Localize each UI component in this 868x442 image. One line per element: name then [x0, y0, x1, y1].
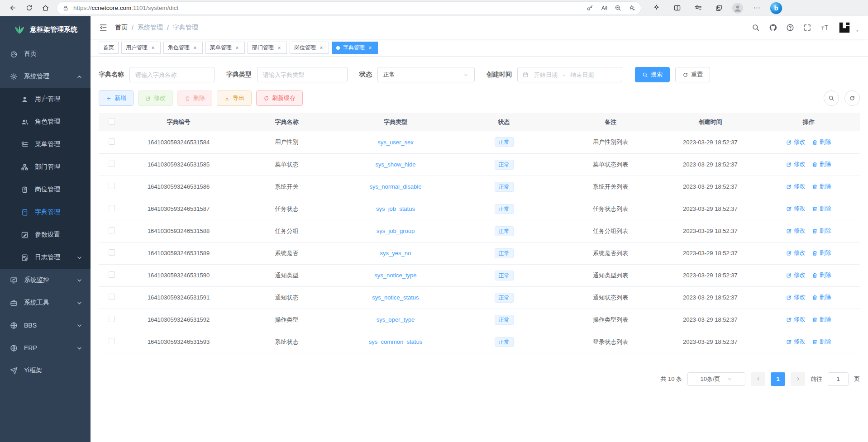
sidebar-item-13[interactable]: ERP: [0, 337, 91, 359]
row-edit-button[interactable]: 修改: [786, 160, 806, 168]
row-edit-button[interactable]: 修改: [786, 138, 806, 146]
sidebar-item-14[interactable]: Yi框架: [0, 359, 91, 382]
date-range-picker[interactable]: -: [517, 67, 622, 82]
password-key-icon[interactable]: [587, 5, 593, 11]
row-checkbox[interactable]: [109, 338, 115, 344]
page-size-select[interactable]: 10条/页: [687, 372, 745, 386]
address-bar[interactable]: https://ccnetcore.com:1101/system/dict: [57, 2, 641, 14]
sidebar-item-10[interactable]: 系统监控: [0, 269, 91, 291]
prev-page-button[interactable]: [751, 372, 765, 386]
dict-type-link[interactable]: sys_normal_disable: [369, 183, 421, 190]
goto-page-input[interactable]: [828, 372, 849, 386]
dict-type-link[interactable]: sys_common_status: [369, 338, 423, 345]
row-checkbox[interactable]: [109, 138, 115, 145]
search-button[interactable]: 搜索: [635, 67, 670, 82]
row-delete-button[interactable]: 删除: [812, 315, 831, 323]
browser-home-icon[interactable]: [38, 1, 52, 15]
row-edit-button[interactable]: 修改: [786, 271, 806, 279]
tab-2[interactable]: 角色管理×: [163, 42, 203, 54]
next-page-button[interactable]: [791, 372, 805, 386]
row-delete-button[interactable]: 删除: [812, 249, 831, 257]
user-menu-caret-icon[interactable]: [855, 29, 860, 33]
row-edit-button[interactable]: 修改: [786, 315, 806, 323]
dict-type-link[interactable]: sys_yes_no: [380, 250, 411, 257]
refresh-cache-button[interactable]: 刷新缓存: [256, 90, 303, 106]
delete-button[interactable]: 删除: [177, 90, 212, 106]
date-end-input[interactable]: [568, 71, 596, 78]
user-logo-avatar[interactable]: [838, 21, 851, 34]
row-edit-button[interactable]: 修改: [786, 227, 806, 235]
toggle-search-button[interactable]: [824, 90, 839, 106]
font-size-icon[interactable]: [820, 24, 829, 32]
select-all-checkbox[interactable]: [109, 119, 115, 125]
split-screen-icon[interactable]: [670, 1, 684, 15]
browser-essentials-icon[interactable]: [649, 1, 663, 15]
app-logo[interactable]: 意框架管理系统: [0, 16, 91, 43]
browser-refresh-icon[interactable]: [22, 1, 36, 15]
row-delete-button[interactable]: 删除: [812, 204, 831, 213]
sidebar-item-1[interactable]: 系统管理: [0, 65, 91, 88]
sidebar-item-5[interactable]: 部门管理: [0, 156, 91, 178]
row-delete-button[interactable]: 删除: [812, 227, 831, 235]
tab-close-icon[interactable]: ×: [234, 45, 240, 51]
sidebar-item-active-7[interactable]: 字典管理: [0, 201, 91, 223]
date-start-input[interactable]: [531, 71, 560, 78]
tab-0[interactable]: 首页: [99, 42, 119, 54]
row-checkbox[interactable]: [109, 183, 115, 189]
row-edit-button[interactable]: 修改: [786, 182, 806, 190]
help-icon[interactable]: [786, 24, 794, 32]
sidebar-item-8[interactable]: 参数设置: [0, 223, 91, 246]
row-delete-button[interactable]: 删除: [812, 138, 831, 146]
dict-type-link[interactable]: sys_oper_type: [377, 316, 415, 323]
refresh-table-button[interactable]: [844, 90, 860, 106]
tab-close-icon[interactable]: ×: [367, 45, 373, 51]
breadcrumb-system[interactable]: 系统管理: [138, 24, 163, 32]
add-button[interactable]: 新增: [99, 90, 134, 106]
row-checkbox[interactable]: [109, 161, 115, 167]
row-edit-button[interactable]: 修改: [786, 249, 806, 257]
current-page-button[interactable]: 1: [771, 372, 785, 386]
dict-type-link[interactable]: sys_job_group: [377, 228, 415, 234]
tab-close-icon[interactable]: ×: [192, 45, 198, 51]
tab-close-icon[interactable]: ×: [318, 45, 324, 51]
row-checkbox[interactable]: [109, 271, 115, 278]
profile-avatar[interactable]: [732, 3, 743, 14]
dict-type-input[interactable]: [257, 67, 348, 82]
fullscreen-icon[interactable]: [803, 24, 811, 32]
row-checkbox[interactable]: [109, 227, 115, 233]
tab-5[interactable]: 岗位管理×: [290, 42, 329, 54]
sidebar-item-9[interactable]: 日志管理: [0, 246, 91, 269]
sidebar-fold-icon[interactable]: [99, 23, 108, 32]
dict-type-link[interactable]: sys_show_hide: [375, 161, 415, 168]
row-edit-button[interactable]: 修改: [786, 293, 806, 301]
favorite-star-add-icon[interactable]: [629, 5, 635, 11]
tab-6[interactable]: 字典管理×: [332, 42, 378, 54]
tab-1[interactable]: 用户管理×: [121, 42, 161, 54]
row-edit-button[interactable]: 修改: [786, 337, 806, 346]
zoom-out-icon[interactable]: [615, 5, 621, 11]
row-delete-button[interactable]: 删除: [812, 160, 831, 168]
sidebar-item-6[interactable]: 岗位管理: [0, 178, 91, 201]
collections-icon[interactable]: [711, 1, 726, 15]
more-menu-icon[interactable]: [749, 1, 764, 15]
row-checkbox[interactable]: [109, 249, 115, 256]
dict-type-link[interactable]: sys_notice_type: [374, 272, 416, 279]
row-delete-button[interactable]: 删除: [812, 271, 831, 279]
tab-close-icon[interactable]: ×: [150, 45, 156, 51]
status-select[interactable]: 正常: [377, 67, 475, 82]
copilot-bing-icon[interactable]: b: [770, 2, 782, 14]
row-checkbox[interactable]: [109, 294, 115, 300]
breadcrumb-home[interactable]: 首页: [115, 24, 128, 32]
sidebar-item-0[interactable]: 首页: [0, 43, 91, 65]
row-delete-button[interactable]: 删除: [812, 293, 831, 301]
dict-type-link[interactable]: sys_notice_status: [372, 294, 419, 301]
sidebar-item-2[interactable]: 用户管理: [0, 88, 91, 110]
dict-type-link[interactable]: sys_user_sex: [377, 139, 413, 146]
browser-back-icon[interactable]: [5, 1, 20, 15]
tab-4[interactable]: 部门管理×: [248, 42, 287, 54]
row-checkbox[interactable]: [109, 316, 115, 322]
tab-3[interactable]: 菜单管理×: [205, 42, 245, 54]
dict-type-link[interactable]: sys_job_status: [376, 205, 415, 212]
row-delete-button[interactable]: 删除: [812, 337, 831, 346]
row-checkbox[interactable]: [109, 205, 115, 211]
